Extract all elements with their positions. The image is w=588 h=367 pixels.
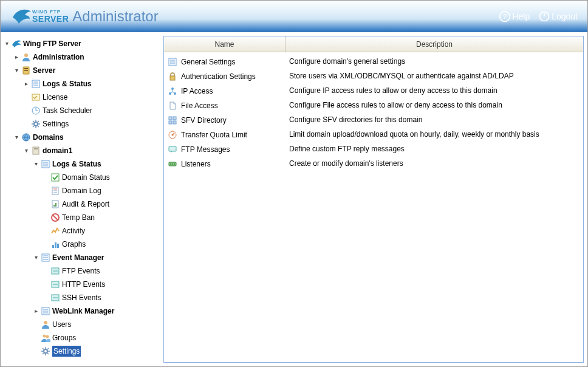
node-label: Settings — [43, 118, 69, 129]
node-label: HTTP Events — [62, 279, 105, 290]
row-sfv-directory[interactable]: SFV Directory Configure SFV directories … — [164, 113, 583, 128]
node-label: Audit & Report — [62, 199, 109, 210]
tree-item-server-settings[interactable]: ▸ Settings — [22, 117, 157, 131]
svg-rect-60 — [169, 117, 172, 120]
svg-rect-34 — [52, 245, 54, 248]
tree-item-users[interactable]: ▸ Users — [32, 318, 157, 331]
tree-root-wing-ftp-server[interactable]: ▾ Wing FTP Server — [3, 37, 157, 50]
node-label: Groups — [52, 332, 76, 343]
tree-item-administration[interactable]: ▸ Administration — [13, 50, 157, 64]
clock-icon — [31, 106, 41, 115]
row-ftp-messages[interactable]: FTP Messages Define custom FTP reply mes… — [164, 142, 583, 157]
node-label: Settings — [52, 346, 81, 357]
node-label: Graphs — [62, 239, 86, 250]
svg-rect-30 — [53, 205, 55, 207]
tree-item-server[interactable]: ▾ Server — [13, 64, 157, 77]
list-notes-icon — [41, 159, 50, 169]
svg-rect-62 — [169, 121, 172, 124]
tree-item-domain-settings[interactable]: ▸ Settings — [32, 345, 157, 358]
row-general-settings[interactable]: General Settings Configure domain's gene… — [164, 55, 583, 69]
row-listeners[interactable]: Listeners Create or modify domain's list… — [164, 157, 583, 171]
main-area: ▾ Wing FTP Server ▸ Administration — [1, 32, 587, 366]
row-authentication-settings[interactable]: Authentication Settings Store users via … — [164, 69, 583, 84]
report-icon — [50, 199, 60, 209]
chart-icon — [50, 239, 60, 249]
tree-item-domain-status[interactable]: ▸ Domain Status — [42, 171, 157, 184]
svg-point-69 — [172, 163, 173, 165]
svg-rect-31 — [55, 203, 56, 207]
logout-link[interactable]: Logout — [538, 10, 578, 22]
tree-item-domain-log[interactable]: ▸ Domain Log — [42, 184, 157, 197]
tree-item-domain-logs-status[interactable]: ▾ Logs & Status — [32, 157, 157, 171]
row-name: FTP Messages — [181, 145, 230, 154]
svg-rect-18 — [33, 147, 39, 154]
table-header: Name Description — [164, 36, 583, 52]
svg-rect-66 — [169, 146, 176, 151]
tree-item-license[interactable]: ▸ License — [22, 91, 157, 104]
activity-icon — [50, 226, 60, 236]
tree-item-task-scheduler[interactable]: ▸ Task Scheduler — [22, 104, 157, 117]
event-icon — [50, 266, 60, 276]
chevron-right-icon: ▸ — [14, 55, 19, 60]
row-desc: Configure SFV directories for this domai… — [289, 115, 579, 124]
tree-item-domain1[interactable]: ▾ domain1 — [22, 144, 157, 157]
svg-point-48 — [44, 321, 47, 324]
column-header-description[interactable]: Description — [285, 36, 583, 52]
row-file-access[interactable]: File Access Configure File access rules … — [164, 98, 583, 113]
bird-logo-icon — [10, 5, 32, 27]
list-notes-icon — [41, 253, 50, 262]
svg-point-65 — [172, 134, 174, 136]
svg-point-70 — [174, 163, 175, 165]
svg-point-51 — [44, 349, 47, 353]
power-icon — [538, 10, 550, 22]
tree-item-ftp-events[interactable]: ▸ FTP Events — [42, 264, 157, 278]
file-icon — [168, 101, 177, 111]
row-ip-access[interactable]: IP Access Configure IP access rules to a… — [164, 84, 583, 98]
row-name: Transfer Quota Limit — [181, 131, 247, 139]
svg-point-57 — [171, 87, 174, 90]
svg-text:?: ? — [503, 12, 507, 20]
node-label: Temp Ban — [62, 212, 95, 223]
tree-item-event-manager[interactable]: ▾ Event Manager — [32, 251, 157, 264]
tree-item-groups[interactable]: ▸ Groups — [32, 331, 157, 345]
node-label: Logs & Status — [43, 78, 92, 89]
brand-server: SERVER — [32, 15, 69, 23]
chevron-down-icon: ▾ — [24, 148, 29, 154]
quota-gauge-icon — [168, 130, 177, 140]
chevron-down-icon: ▾ — [14, 68, 19, 74]
row-transfer-quota-limit[interactable]: Transfer Quota Limit Limit domain upload… — [164, 128, 583, 142]
tree-item-server-logs-status[interactable]: ▸ Logs & Status — [22, 77, 157, 91]
tree-item-http-events[interactable]: ▸ HTTP Events — [42, 278, 157, 291]
svg-rect-24 — [52, 174, 59, 181]
row-name: File Access — [181, 101, 218, 110]
row-desc: Create or modify domain's listeners — [289, 159, 579, 168]
tree-item-activity[interactable]: ▸ Activity — [42, 224, 157, 238]
row-name: Authentication Settings — [181, 72, 256, 81]
row-desc: Limit domain upload/download quota on ho… — [289, 130, 579, 139]
help-link[interactable]: ? Help — [499, 10, 530, 22]
tree-item-temp-ban[interactable]: ▸ Temp Ban — [42, 211, 157, 224]
svg-point-50 — [46, 335, 49, 338]
row-desc: Store users via XML/ODBC/MYSQL or authen… — [289, 72, 579, 80]
ban-icon — [50, 213, 60, 222]
help-label: Help — [512, 12, 530, 21]
tree-item-ssh-events[interactable]: ▸ SSH Events — [42, 291, 157, 304]
header-bar: WING FTP SERVER Administrator ? Help Log… — [1, 1, 587, 32]
table-body: General Settings Configure domain's gene… — [164, 52, 583, 174]
column-header-name[interactable]: Name — [164, 36, 285, 52]
settings-list-panel: Name Description General Settings Config… — [163, 36, 584, 363]
tree-item-graphs[interactable]: ▸ Graphs — [42, 238, 157, 251]
svg-rect-6 — [24, 68, 28, 69]
header-left: WING FTP SERVER Administrator — [10, 5, 159, 27]
license-key-icon — [31, 92, 41, 102]
tree-item-domains[interactable]: ▾ Domains — [13, 131, 157, 144]
node-label: Domain Status — [62, 172, 110, 183]
row-name: IP Access — [181, 87, 213, 95]
tree-item-audit-report[interactable]: ▸ Audit & Report — [42, 197, 157, 211]
tree-item-weblink-manager[interactable]: ▸ WebLink Manager — [32, 304, 157, 318]
svg-rect-7 — [24, 70, 28, 71]
svg-rect-35 — [55, 242, 56, 248]
gear-icon — [41, 346, 50, 356]
group-icon — [41, 333, 50, 343]
lock-icon — [168, 72, 177, 81]
